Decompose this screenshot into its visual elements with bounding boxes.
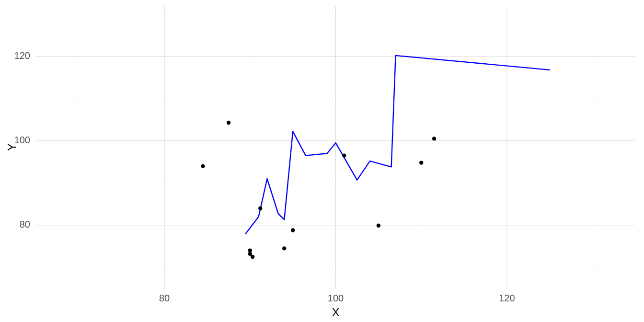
data-point	[201, 164, 205, 168]
data-point	[342, 153, 346, 157]
data-point	[291, 228, 295, 232]
y-tick-label: 80	[20, 219, 30, 230]
chart-container: 8010012080100120XY	[0, 0, 644, 322]
y-axis-title: Y	[5, 143, 18, 151]
x-tick-label: 80	[159, 293, 170, 303]
x-axis-title: X	[332, 306, 339, 319]
x-tick-label: 120	[499, 293, 515, 303]
y-tick-label: 120	[14, 50, 30, 61]
chart-svg: 8010012080100120XY	[0, 0, 644, 322]
data-point	[419, 161, 423, 164]
data-point	[248, 249, 252, 253]
data-point	[227, 121, 230, 125]
plot-area: 8010012080100120XY	[5, 6, 635, 319]
data-point	[377, 224, 380, 228]
data-point	[432, 137, 436, 140]
data-point	[258, 206, 262, 210]
data-point	[251, 255, 254, 259]
data-point	[282, 246, 286, 250]
x-tick-label: 100	[328, 293, 344, 303]
